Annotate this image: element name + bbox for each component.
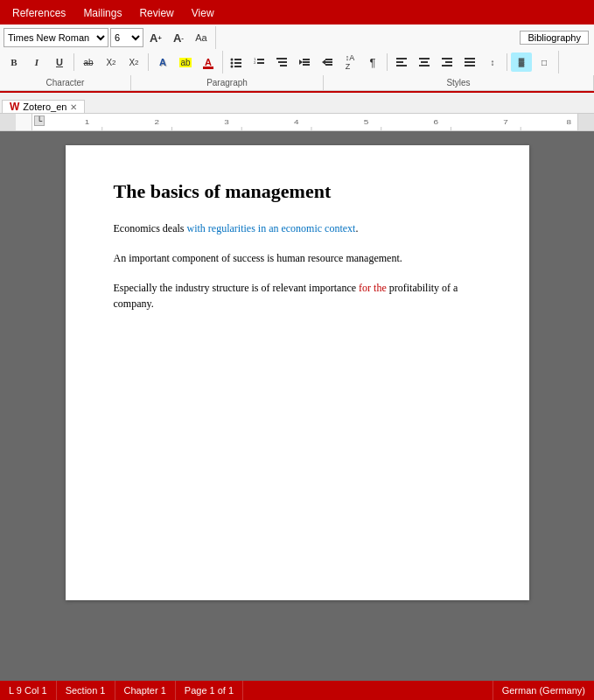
divider2 bbox=[148, 53, 149, 71]
divider3 bbox=[387, 53, 388, 71]
svg-rect-30 bbox=[465, 58, 475, 60]
italic-button[interactable]: I bbox=[26, 52, 47, 72]
para1-seg3: . bbox=[355, 222, 358, 234]
status-section: Section 1 bbox=[57, 681, 115, 700]
paragraph-format-group: 1.2. ↕AZ ¶ bbox=[226, 51, 559, 74]
borders-button[interactable]: □ bbox=[534, 52, 555, 72]
svg-rect-3 bbox=[234, 62, 241, 64]
svg-rect-19 bbox=[325, 61, 332, 63]
numbering-button[interactable]: 1.2. bbox=[248, 52, 269, 72]
tab-mailings[interactable]: Mailings bbox=[74, 2, 130, 24]
styles-section-label: Styles bbox=[324, 75, 594, 90]
doc-tab-icon: W bbox=[10, 101, 19, 113]
shrink-font-button[interactable]: A- bbox=[168, 28, 189, 47]
shading-button[interactable]: ▓ bbox=[511, 52, 532, 72]
align-left-button[interactable] bbox=[391, 52, 412, 72]
status-page: Page 1 of 1 bbox=[176, 681, 243, 700]
document-tab[interactable]: W Zotero_en ✕ bbox=[2, 100, 85, 113]
subscript-button[interactable]: X2 bbox=[101, 52, 122, 72]
font-format-group: B I U ab X2 X2 A ab A bbox=[3, 51, 223, 74]
decrease-indent-button[interactable] bbox=[294, 52, 315, 72]
svg-rect-23 bbox=[396, 65, 407, 66]
svg-rect-31 bbox=[465, 61, 475, 63]
svg-rect-10 bbox=[276, 58, 287, 60]
underline-button[interactable]: U bbox=[49, 52, 70, 72]
svg-rect-24 bbox=[419, 58, 430, 60]
document-scroll-area[interactable]: The basics of management Economics deals… bbox=[0, 131, 594, 700]
para2-seg1: An important component of success is hum… bbox=[114, 252, 402, 264]
para3-seg1: Especially the industry structure is of … bbox=[114, 282, 360, 294]
text-effects-button[interactable]: A bbox=[152, 52, 173, 72]
svg-rect-33 bbox=[32, 114, 577, 131]
justify-button[interactable] bbox=[459, 52, 480, 72]
grow-font-button[interactable]: A+ bbox=[145, 28, 166, 47]
svg-text:8: 8 bbox=[567, 118, 572, 126]
page-title: The basics of management bbox=[114, 180, 481, 203]
svg-rect-7 bbox=[257, 59, 264, 60]
content-area: The basics of management Economics deals… bbox=[0, 131, 594, 700]
svg-text:7: 7 bbox=[503, 118, 508, 126]
highlight-button[interactable]: ab bbox=[175, 52, 196, 72]
svg-text:6: 6 bbox=[434, 118, 439, 126]
svg-rect-11 bbox=[278, 61, 287, 63]
font-color-button[interactable]: A bbox=[198, 52, 219, 72]
svg-rect-14 bbox=[303, 59, 310, 60]
svg-rect-12 bbox=[280, 65, 287, 66]
tab-bar: W Zotero_en ✕ bbox=[0, 93, 594, 114]
pilcrow-button[interactable]: ¶ bbox=[362, 52, 383, 72]
sort-button[interactable]: ↕AZ bbox=[339, 52, 360, 72]
paragraph-1: Economics deals with regularities in an … bbox=[114, 220, 481, 236]
font-size-select[interactable]: 6 bbox=[110, 28, 143, 47]
multilevel-button[interactable] bbox=[271, 52, 292, 72]
svg-marker-13 bbox=[299, 60, 303, 65]
app-wrapper: References Mailings Review View Times Ne… bbox=[0, 0, 594, 700]
doc-tab-close-button[interactable]: ✕ bbox=[70, 102, 77, 112]
svg-rect-28 bbox=[445, 61, 452, 63]
ribbon-rows: Times New Roman 6 A+ A- Aa Bibliography bbox=[0, 24, 594, 75]
svg-rect-26 bbox=[419, 65, 430, 66]
svg-marker-17 bbox=[322, 60, 325, 65]
svg-rect-29 bbox=[442, 65, 452, 66]
bold-button[interactable]: B bbox=[3, 52, 24, 72]
tab-references[interactable]: References bbox=[3, 2, 74, 24]
strikethrough-button[interactable]: ab bbox=[78, 52, 99, 72]
svg-point-0 bbox=[231, 59, 234, 61]
svg-point-2 bbox=[231, 62, 234, 65]
svg-rect-9 bbox=[257, 62, 264, 64]
tab-view[interactable]: View bbox=[183, 2, 223, 24]
font-family-select[interactable]: Times New Roman bbox=[3, 28, 108, 47]
svg-rect-20 bbox=[325, 64, 332, 66]
font-group-row1: Times New Roman 6 A+ A- Aa bbox=[3, 26, 216, 49]
change-case-button[interactable]: Aa bbox=[191, 28, 212, 47]
status-bar: L 9 Col 1 Section 1 Chapter 1 Page 1 of … bbox=[0, 681, 594, 700]
ruler-left-margin bbox=[0, 114, 16, 130]
character-section-label: Character bbox=[0, 75, 131, 90]
svg-text:3: 3 bbox=[224, 118, 229, 126]
svg-rect-27 bbox=[442, 58, 452, 60]
status-chapter: Chapter 1 bbox=[115, 681, 176, 700]
bullets-button[interactable] bbox=[226, 52, 247, 72]
svg-text:2: 2 bbox=[155, 118, 160, 126]
tab-review[interactable]: Review bbox=[130, 2, 182, 24]
align-center-button[interactable] bbox=[414, 52, 435, 72]
tab-selector[interactable]: └ bbox=[34, 116, 45, 126]
paragraph-3: Especially the industry structure is of … bbox=[114, 280, 481, 312]
status-language: German (Germany) bbox=[493, 681, 594, 700]
svg-text:4: 4 bbox=[294, 118, 299, 126]
superscript-button[interactable]: X2 bbox=[123, 52, 144, 72]
ribbon-section-bar: Character Paragraph Styles bbox=[0, 75, 594, 91]
ruler: 1 2 3 4 5 6 7 8 └ bbox=[0, 114, 594, 131]
svg-point-4 bbox=[231, 66, 234, 68]
styles-sample-bibliography[interactable]: Bibliography bbox=[520, 31, 589, 45]
increase-indent-button[interactable] bbox=[317, 52, 338, 72]
align-right-button[interactable] bbox=[437, 52, 458, 72]
svg-rect-22 bbox=[396, 61, 403, 63]
line-spacing-button[interactable]: ↕ bbox=[482, 52, 503, 72]
para3-seg2: for the bbox=[359, 282, 387, 294]
status-location: L 9 Col 1 bbox=[0, 681, 57, 700]
svg-rect-18 bbox=[325, 59, 332, 60]
ruler-inner: 1 2 3 4 5 6 7 8 └ bbox=[31, 114, 578, 130]
svg-text:1: 1 bbox=[85, 118, 90, 126]
svg-rect-5 bbox=[234, 66, 241, 67]
svg-text:5: 5 bbox=[364, 118, 369, 126]
